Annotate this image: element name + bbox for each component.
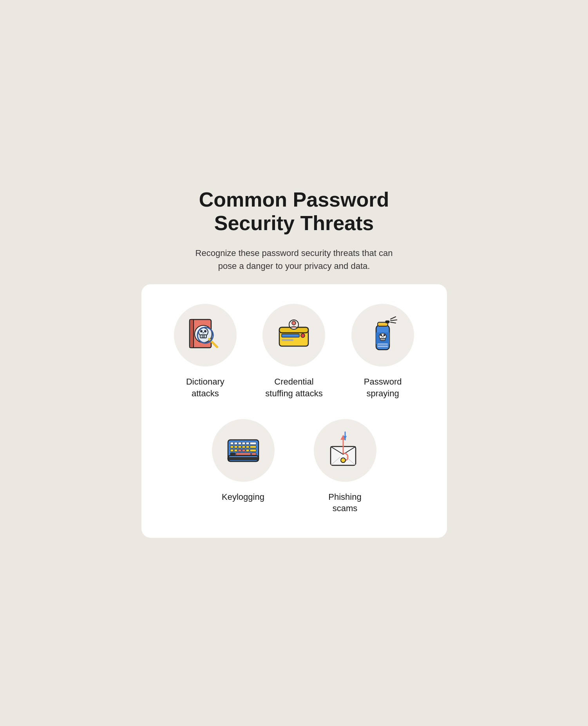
spray-icon-circle bbox=[351, 304, 414, 367]
threat-item-dictionary: Dictionaryattacks bbox=[166, 304, 244, 399]
svg-rect-42 bbox=[242, 442, 245, 445]
dictionary-icon-circle bbox=[174, 304, 237, 367]
svg-rect-50 bbox=[250, 446, 256, 448]
threats-grid-top: Dictionaryattacks bbox=[165, 304, 423, 399]
svg-rect-48 bbox=[242, 446, 245, 448]
svg-line-37 bbox=[391, 322, 396, 323]
page-title: Common PasswordSecurity Threats bbox=[199, 188, 389, 235]
svg-rect-56 bbox=[250, 449, 256, 452]
dictionary-icon bbox=[184, 314, 227, 357]
password-spraying-label: Passwordspraying bbox=[364, 376, 402, 399]
svg-rect-39 bbox=[230, 442, 233, 445]
phishing-scams-label: Phishingscams bbox=[328, 491, 361, 514]
page-wrapper: Common PasswordSecurity Threats Recogniz… bbox=[141, 188, 447, 538]
svg-rect-59 bbox=[251, 453, 256, 455]
svg-rect-61 bbox=[228, 457, 259, 460]
svg-point-18 bbox=[301, 334, 305, 338]
credential-stuffing-label: Credentialstuffing attacks bbox=[265, 376, 322, 399]
svg-point-21 bbox=[292, 321, 296, 325]
svg-rect-40 bbox=[234, 442, 237, 445]
svg-rect-53 bbox=[238, 449, 241, 452]
phishing-icon bbox=[324, 429, 367, 472]
svg-rect-57 bbox=[230, 453, 235, 455]
keylogging-label: Keylogging bbox=[222, 491, 264, 503]
spray-icon bbox=[361, 314, 404, 357]
svg-line-36 bbox=[391, 320, 397, 321]
threat-item-credential: Credentialstuffing attacks bbox=[255, 304, 333, 399]
svg-rect-54 bbox=[242, 449, 245, 452]
svg-line-35 bbox=[391, 317, 396, 319]
svg-rect-17 bbox=[282, 334, 299, 337]
svg-rect-52 bbox=[234, 449, 237, 452]
svg-rect-31 bbox=[378, 343, 388, 345]
svg-rect-47 bbox=[238, 446, 241, 448]
threat-item-spray: Passwordspraying bbox=[344, 304, 422, 399]
threats-card: Dictionaryattacks bbox=[141, 284, 447, 538]
svg-rect-55 bbox=[246, 449, 249, 452]
svg-rect-1 bbox=[190, 319, 194, 348]
svg-point-30 bbox=[384, 334, 385, 336]
threats-grid-bottom: Keylogging bbox=[165, 419, 423, 514]
threat-item-keylogging: Keylogging bbox=[204, 419, 282, 503]
credential-icon bbox=[272, 314, 315, 357]
keyboard-icon-circle bbox=[212, 419, 275, 482]
threat-item-phishing: Phishingscams bbox=[306, 419, 384, 514]
page-subtitle: Recognize these password security threat… bbox=[192, 247, 396, 272]
svg-rect-41 bbox=[238, 442, 241, 445]
svg-rect-46 bbox=[234, 446, 237, 448]
svg-rect-45 bbox=[230, 446, 233, 448]
svg-rect-32 bbox=[378, 346, 388, 347]
svg-rect-43 bbox=[246, 442, 249, 445]
credential-icon-circle bbox=[262, 304, 325, 367]
keyboard-icon bbox=[222, 429, 265, 472]
svg-point-29 bbox=[380, 334, 382, 336]
svg-rect-49 bbox=[246, 446, 249, 448]
dictionary-attacks-label: Dictionaryattacks bbox=[186, 376, 224, 399]
phishing-icon-circle bbox=[314, 419, 376, 482]
svg-rect-19 bbox=[282, 339, 293, 341]
svg-rect-58 bbox=[236, 453, 251, 455]
svg-rect-44 bbox=[250, 442, 256, 445]
svg-point-70 bbox=[341, 458, 346, 463]
svg-rect-51 bbox=[230, 449, 233, 452]
svg-rect-34 bbox=[385, 321, 389, 323]
